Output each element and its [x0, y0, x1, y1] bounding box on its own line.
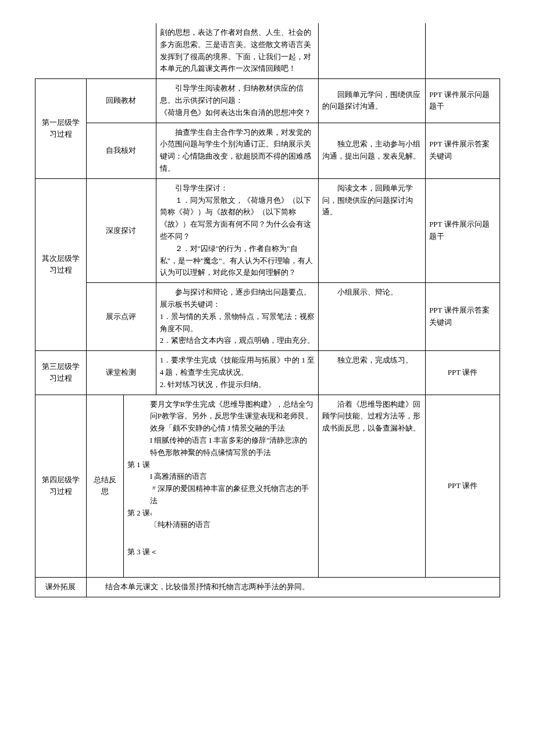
- lesson-plan-table: 刻的思想，表达了作者对自然、人生、社会的多方面思索。三是语言美。这些散文将语言美…: [35, 23, 500, 597]
- paragraph: 结合本单元课文，比较借景抒情和托物言志两种手法的异同。: [90, 581, 496, 593]
- sub-summary: 总结反思: [86, 395, 123, 578]
- sub-deep: 深度探讨: [86, 178, 156, 282]
- paragraph: 要月文学R学生完成《思维导图构建》，总结全匀问P教学容。另外，反思学生课堂表现和…: [127, 399, 315, 423]
- paragraph: 2．紧密结合文本内容，观点明确，理由充分。: [160, 335, 315, 347]
- student-activity: 小组展示、辩论。: [319, 283, 426, 351]
- teacher-activity: 引导学生阅读教材，归纳教材供应的信息。出示供探讨的问题： 《荷塘月色》如何表达出…: [156, 79, 319, 123]
- paragraph: 独立思索，完成练习。: [322, 354, 422, 367]
- table-row: 其次层级学习过程 深度探讨 引导学生探讨： １．同为写景散文，《荷塘月色》（以下…: [35, 178, 500, 282]
- paragraph: I 高雅清丽的语言: [127, 471, 315, 483]
- media: PPT 课件展示问题题干: [426, 178, 500, 282]
- table-row: 第四层级学习过程 总结反思 要月文学R学生完成《思维导图构建》，总结全匀问P教学…: [35, 395, 500, 578]
- sub-review: 回顾教材: [86, 79, 156, 123]
- student-activity: 独立思索，完成练习。: [319, 351, 426, 395]
- paragraph: 2. 针对练习状况，作提示归纳。: [160, 379, 315, 391]
- level-3-title: 第三层级学习过程: [35, 351, 87, 395]
- paragraph: 引导学生探讨：: [160, 182, 315, 195]
- student-activity: 回顾单元学问，围绕供应的问题探讨沟通。: [319, 79, 426, 123]
- paragraph: 〔纯朴清丽的语言: [127, 519, 315, 531]
- table-row: 刻的思想，表达了作者对自然、人生、社会的多方面思索。三是语言美。这些散文将语言美…: [35, 23, 500, 79]
- student-activity: 独立思索，主动参与小组沟通，提出问题，发表见解。: [319, 123, 426, 178]
- paragraph: 阅读文本，回顾单元学问，围绕供应的问题探讨沟通。: [322, 182, 422, 218]
- student-activity-empty: [319, 23, 426, 79]
- sub-present: 展示点评: [86, 283, 156, 351]
- teacher-activity-cont: 刻的思想，表达了作者对自然、人生、社会的多方面思索。三是语言美。这些散文将语言美…: [156, 23, 319, 79]
- media: PPT 课件: [426, 395, 500, 578]
- paragraph: 展示板书关键词：: [160, 299, 315, 311]
- teacher-activity: 抽查学生自主合作学习的效果，对发觉的小范围问题与学生个别沟通订正。归纳展示关键词…: [156, 123, 319, 178]
- table-row: 第三层级学习过程 课堂检测 1．要求学生完成《技能应用与拓展》中的 1 至 4 …: [35, 351, 500, 395]
- table-row: 自我核对 抽查学生自主合作学习的效果，对发觉的小范围问题与学生个别沟通订正。归纳…: [35, 123, 500, 178]
- media: PPT 课件: [426, 351, 500, 395]
- level-2-title: 其次层级学习过程: [35, 178, 87, 350]
- student-activity: 阅读文本，回顾单元学问，围绕供应的问题探讨沟通。: [319, 178, 426, 282]
- teacher-activity: 参与探讨和辩论，逐步归纳出问题要点。 展示板书关键词： 1．景与情的关系，景物特…: [156, 283, 319, 351]
- paragraph: 小组展示、辩论。: [322, 286, 422, 299]
- paragraph: 沿着《思维导图构建》回顾学问技能、过程方法等，形成书面反思，以备查漏补缺。: [322, 399, 422, 435]
- paragraph: 参与探讨和辩论，逐步归纳出问题要点。: [160, 286, 315, 299]
- media: PPT 课件展示答案关键词: [426, 283, 500, 351]
- paragraph: 〃深厚的爱国精神丰富的象征意义托物言志的手法: [127, 483, 315, 507]
- paragraph: 独立思索，主动参与小组沟通，提出问题，发表见解。: [322, 138, 422, 163]
- extension-title: 课外拓展: [35, 578, 87, 597]
- paragraph: 抽查学生自主合作学习的效果，对发觉的小范围问题与学生个别沟通订正。归纳展示关键词…: [160, 127, 315, 175]
- lesson-2-label: 第 2 课‹: [127, 507, 315, 519]
- sub-test: 课堂检测: [86, 351, 156, 395]
- media: PPT 课件展示问题题干: [426, 79, 500, 123]
- teacher-activity: 1．要求学生完成《技能应用与拓展》中的 1 至 4 题，检查学生完成状况。 2.…: [156, 351, 319, 395]
- paragraph: 回顾单元学问，围绕供应的问题探讨沟通。: [322, 89, 422, 113]
- lesson-1-label: 第 1 课: [127, 459, 315, 471]
- paragraph: 刻的思想，表达了作者对自然、人生、社会的多方面思索。三是语言美。这些散文将语言美…: [160, 27, 315, 75]
- lesson-3-label: 第 3 课＜: [127, 546, 315, 558]
- table-row: 第一层级学习过程 回顾教材 引导学生阅读教材，归纳教材供应的信息。出示供探讨的问…: [35, 79, 500, 123]
- media-empty: [426, 23, 500, 79]
- paragraph: １．同为写景散文，《荷塘月色》（以下简称《荷》）与《故都的秋》（以下简称《故》）…: [160, 195, 315, 243]
- level-1-title: 第一层级学习过程: [35, 79, 87, 179]
- table-row: 展示点评 参与探讨和辩论，逐步归纳出问题要点。 展示板书关键词： 1．景与情的关…: [35, 283, 500, 351]
- level-4-title: 第四层级学习过程: [35, 395, 87, 578]
- paragraph: I 细腻传神的语言 I 丰富多彩的修辞"清静悲凉的特色形散神聚的特点缘情写景的手…: [127, 435, 315, 459]
- teacher-activity: 引导学生探讨： １．同为写景散文，《荷塘月色》（以下简称《荷》）与《故都的秋》（…: [156, 178, 319, 282]
- paragraph: ２．对"囚绿"的行为，作者自称为"自私"，是一种"魔念"。有人认为不行理喻，有人…: [160, 243, 315, 279]
- table-row: 课外拓展 结合本单元课文，比较借景抒情和托物言志两种手法的异同。: [35, 578, 500, 597]
- paragraph: 1．要求学生完成《技能应用与拓展》中的 1 至 4 题，检查学生完成状况。: [160, 354, 315, 379]
- media: PPT 课件展示答案关键词: [426, 123, 500, 178]
- paragraph: 效身「颇不安静的心情 J 情景交融的手法: [127, 422, 315, 435]
- paragraph: 引导学生阅读教材，归纳教材供应的信息。出示供探讨的问题： 《荷塘月色》如何表达出…: [160, 83, 315, 119]
- student-activity: 沿着《思维导图构建》回顾学问技能、过程方法等，形成书面反思，以备查漏补缺。: [319, 395, 426, 578]
- sub-selfcheck: 自我核对: [86, 123, 156, 178]
- teacher-activity: 要月文学R学生完成《思维导图构建》，总结全匀问P教学容。另外，反思学生课堂表现和…: [123, 395, 319, 578]
- extension-content: 结合本单元课文，比较借景抒情和托物言志两种手法的异同。: [86, 578, 500, 597]
- paragraph: 1．景与情的关系，景物特点，写景笔法；视察角度不同。: [160, 311, 315, 335]
